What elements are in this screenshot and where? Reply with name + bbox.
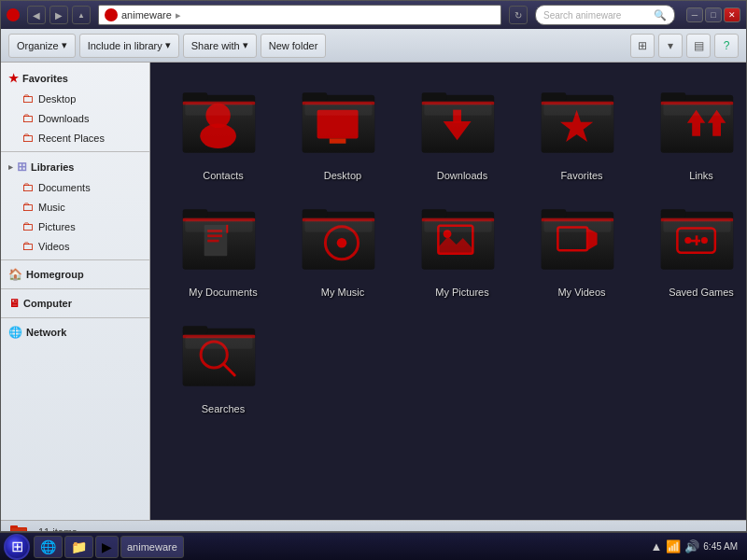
taskbar-items: 🌐 📁 ▶ animeware — [34, 536, 184, 558]
favorites-star-icon: ★ — [8, 72, 19, 85]
folder-icon-favorites — [540, 87, 624, 166]
tray-arrow[interactable]: ▲ — [650, 539, 662, 553]
folder-label: Desktop — [324, 170, 361, 181]
forward-button[interactable]: ▶ — [49, 6, 68, 24]
folder-item-saved-games[interactable]: Saved Games — [645, 196, 746, 305]
content-area: Contacts Desktop — [150, 63, 746, 520]
folder-label: Contacts — [203, 170, 243, 181]
folder-item-my-music[interactable]: My Music — [287, 196, 399, 305]
back-button[interactable]: ◀ — [27, 6, 46, 24]
sidebar-item-recent[interactable]: 🗀 Recent Places — [1, 128, 149, 147]
system-tray: ▲ 📶 🔊 6:45 AM — [650, 539, 743, 553]
search-bar[interactable]: Search animeware 🔍 — [535, 5, 675, 25]
svg-rect-65 — [543, 220, 611, 232]
svg-rect-33 — [663, 104, 730, 116]
maximize-button[interactable]: □ — [705, 7, 722, 22]
sidebar-item-pictures[interactable]: 🗀 Pictures — [1, 217, 149, 236]
window-icon — [7, 8, 20, 21]
videos-label: Videos — [38, 241, 69, 252]
svg-rect-74 — [690, 240, 700, 243]
music-label: Music — [38, 202, 65, 213]
sidebar-item-music[interactable]: 🗀 Music — [1, 197, 149, 217]
libraries-header[interactable]: ▸ ⊞ Libraries — [1, 156, 149, 177]
network-label: Network — [26, 327, 66, 338]
svg-rect-58 — [424, 220, 491, 232]
homegroup-label: Homegroup — [26, 269, 84, 280]
libraries-section: ▸ ⊞ Libraries 🗀 Documents 🗀 Music 🗀 Pict… — [1, 156, 149, 256]
svg-rect-82 — [185, 337, 252, 349]
folder-item-my-pictures[interactable]: My Pictures — [406, 196, 518, 305]
desktop-folder-icon: 🗀 — [21, 91, 34, 105]
sidebar-item-documents[interactable]: 🗀 Documents — [1, 177, 149, 197]
folder-item-downloads[interactable]: Downloads — [406, 79, 518, 189]
svg-rect-8 — [303, 92, 327, 101]
taskbar-animeware[interactable]: animeware — [120, 536, 184, 558]
address-bar[interactable]: animeware ▸ — [98, 5, 501, 25]
folder-item-favorites[interactable]: Favorites — [526, 79, 638, 189]
sidebar-item-downloads[interactable]: 🗀 Downloads — [1, 108, 149, 128]
svg-rect-28 — [661, 92, 685, 101]
include-arrow: ▾ — [165, 39, 171, 51]
homegroup-icon: 🏠 — [8, 268, 22, 281]
svg-rect-75 — [663, 220, 730, 232]
window-controls: ─ □ ✕ — [686, 7, 740, 22]
folder-item-desktop[interactable]: Desktop — [287, 79, 399, 189]
start-button[interactable]: ⊞ — [4, 534, 30, 560]
tray-time: 6:45 AM — [703, 541, 738, 552]
up-button[interactable]: ▲ — [72, 6, 91, 24]
svg-rect-12 — [330, 138, 346, 143]
view-toggle-button[interactable]: ▾ — [658, 34, 683, 58]
sidebar-divider-1 — [1, 151, 149, 152]
music-icon: 🗀 — [21, 200, 34, 214]
svg-rect-22 — [542, 92, 566, 101]
include-library-button[interactable]: Include in library ▾ — [79, 34, 179, 58]
tray-sound-icon: 🔊 — [684, 539, 699, 553]
folder-item-my-videos[interactable]: My Videos — [526, 196, 638, 305]
folder-icon-mydocuments — [181, 203, 265, 283]
folder-item-contacts[interactable]: Contacts — [167, 79, 279, 189]
homegroup-header[interactable]: 🏠 Homegroup — [1, 264, 149, 285]
folder-item-searches[interactable]: Searches — [167, 313, 279, 422]
folder-label: Searches — [202, 403, 245, 414]
svg-point-49 — [337, 238, 347, 248]
network-header[interactable]: 🌐 Network — [1, 322, 149, 343]
address-text: animeware — [121, 9, 172, 21]
status-folder-icon — [10, 524, 29, 533]
svg-rect-60 — [542, 209, 566, 217]
share-with-button[interactable]: Share with ▾ — [183, 34, 257, 58]
libraries-label: Libraries — [31, 161, 74, 173]
folder-icon-desktop — [301, 87, 385, 166]
svg-point-72 — [701, 237, 708, 244]
minimize-button[interactable]: ─ — [686, 7, 703, 22]
pictures-label: Pictures — [38, 221, 76, 232]
organize-button[interactable]: Organize ▾ — [8, 34, 76, 58]
sidebar-item-videos[interactable]: 🗀 Videos — [1, 236, 149, 256]
homegroup-section: 🏠 Homegroup — [1, 264, 149, 285]
svg-rect-35 — [183, 209, 207, 217]
taskbar-media[interactable]: ▶ — [95, 536, 119, 558]
search-icon: 🔍 — [654, 9, 667, 21]
sidebar-item-desktop[interactable]: 🗀 Desktop — [1, 89, 149, 108]
downloads-label: Downloads — [38, 113, 89, 124]
folder-icon-searches — [181, 320, 265, 399]
taskbar-folder[interactable]: 📁 — [64, 536, 93, 558]
help-button[interactable]: ? — [714, 34, 739, 58]
folder-icon-links — [659, 87, 743, 166]
network-icon: 🌐 — [8, 326, 22, 339]
explorer-window: ◀ ▶ ▲ animeware ▸ ↻ Search animeware 🔍 ─… — [0, 0, 747, 532]
refresh-button[interactable]: ↻ — [509, 6, 528, 24]
sidebar-divider-4 — [1, 317, 149, 318]
taskbar-ie[interactable]: 🌐 — [34, 536, 63, 558]
close-button[interactable]: ✕ — [724, 7, 740, 22]
preview-pane-button[interactable]: ▤ — [686, 34, 711, 58]
new-folder-button[interactable]: New folder — [261, 34, 327, 58]
view-icons-button[interactable]: ⊞ — [630, 34, 655, 58]
computer-header[interactable]: 🖥 Computer — [1, 293, 149, 314]
favorites-header[interactable]: ★ Favorites — [1, 68, 149, 89]
folder-item-my-documents[interactable]: My Documents — [167, 196, 279, 305]
organize-label: Organize — [17, 40, 59, 51]
folder-icon-mymusic — [301, 203, 385, 283]
folder-item-links[interactable]: Links — [645, 79, 746, 189]
computer-section: 🖥 Computer — [1, 293, 149, 314]
folder-icon-savedgames — [659, 203, 743, 283]
